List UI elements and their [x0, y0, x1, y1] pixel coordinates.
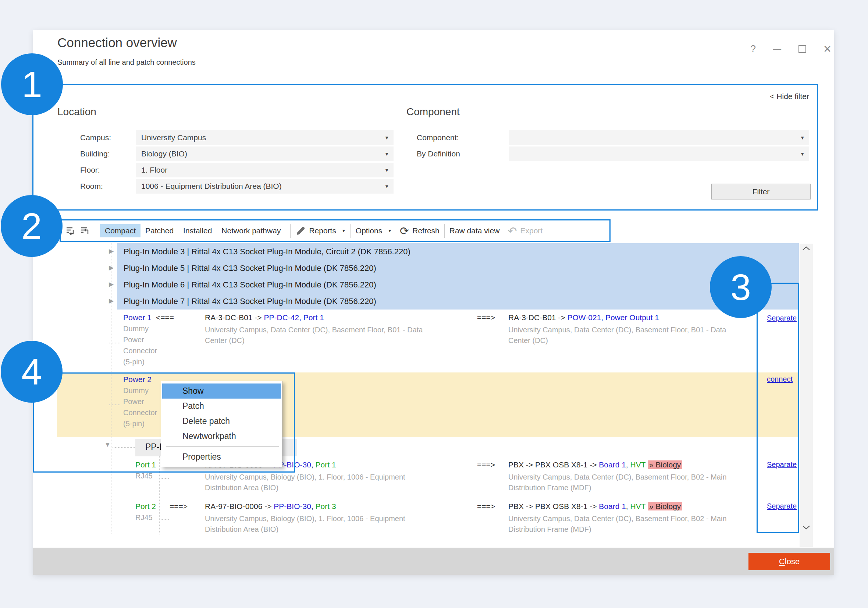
expand-icon[interactable]: ▶ [109, 264, 114, 271]
path-segment: » Biology [648, 502, 682, 510]
connection-location: University Campus, Data Center (DC), Bas… [205, 325, 433, 346]
raw-data-view-button[interactable]: Raw data view [450, 226, 500, 235]
scroll-down-icon[interactable] [801, 524, 811, 531]
location-field-label: Building: [80, 146, 110, 161]
scrollbar[interactable] [800, 244, 813, 547]
module-row[interactable]: Plug-In Module 7 | Rittal 4x C13 Socket … [117, 293, 799, 309]
menu-item-show[interactable]: Show [162, 384, 281, 398]
location-dropdown[interactable]: Biology (BIO)▼ [136, 146, 394, 161]
chevron-down-icon: ▼ [384, 183, 389, 189]
expand-tree-icon[interactable] [79, 225, 90, 236]
port-block: Port 1RJ45 [135, 459, 156, 481]
chevron-down-icon: ▼ [384, 168, 389, 173]
location-dropdown[interactable]: University Campus▼ [136, 130, 394, 145]
path-segment[interactable]: PP-DC-42, Port 1 [264, 313, 324, 322]
chevron-down-icon: ▼ [800, 151, 805, 157]
export-icon: ↶ [508, 224, 517, 237]
expand-icon[interactable]: ▶ [109, 281, 114, 288]
tab-patched[interactable]: Patched [141, 224, 178, 237]
port-type-label: Dummy [123, 323, 157, 334]
right-connection: PBX -> PBX OSB X8-1 -> Board 1, HVT » Bi… [508, 459, 744, 493]
connection-location: University Campus, Data Center (DC), Bas… [508, 472, 744, 493]
close-icon[interactable]: × [823, 41, 831, 57]
menu-item-patch[interactable]: Patch [162, 398, 281, 414]
scroll-up-icon[interactable] [801, 245, 811, 252]
path-segment[interactable]: PP-BIO-30 [274, 502, 311, 510]
refresh-button[interactable]: ⟳ Refresh [400, 224, 440, 237]
hide-filter-link[interactable]: < Hide filter [736, 92, 809, 101]
filter-button[interactable]: Filter [711, 183, 811, 199]
port-type-label: Dummy [123, 385, 157, 396]
path-segment[interactable]: Board 1 [599, 502, 626, 510]
path-segment: RA-3-DC-B01 -> [205, 313, 264, 322]
menu-item-delete-patch[interactable]: Delete patch [162, 414, 281, 429]
port-block: Port 2RJ45 [135, 501, 156, 523]
expand-icon[interactable]: ▶ [109, 248, 114, 254]
export-button[interactable]: ↶ Export [508, 224, 542, 237]
maximize-icon[interactable] [798, 45, 806, 53]
toolbar: CompactPatchedInstalledNetwork pathway R… [60, 219, 611, 242]
module-row[interactable]: Plug-In Module 6 | Rittal 4x C13 Socket … [117, 277, 799, 293]
close-button[interactable]: Close [749, 553, 830, 570]
module-row[interactable]: Plug-In Module 3 | Rittal 4x C13 Socket … [117, 243, 799, 260]
separate-link[interactable]: Separate [767, 460, 797, 469]
connection-path: PBX -> PBX OSB X8-1 -> Board 1, HVT » Bi… [508, 501, 744, 512]
connection-arrow: ===> [477, 312, 495, 323]
options-button[interactable]: Options▼ [356, 226, 392, 235]
port-type-label: RJ45 [135, 512, 156, 523]
help-icon[interactable]: ? [750, 44, 756, 55]
path-segment: , [311, 502, 316, 510]
location-field-label: Campus: [80, 130, 111, 145]
location-dropdown[interactable]: 1006 - Equipment Distribution Area (BIO)… [136, 179, 394, 194]
path-segment[interactable]: POW-021, Power Output 1 [567, 313, 659, 322]
close-label: C [779, 557, 785, 566]
reports-button[interactable]: Reports▼ [295, 225, 346, 236]
connection-path: RA-3-DC-B01 -> POW-021, Power Output 1 [508, 312, 744, 323]
location-heading: Location [57, 106, 96, 118]
footer-bar [33, 547, 834, 575]
port-type-label: RJ45 [135, 470, 156, 481]
connection-path: PBX -> PBX OSB X8-1 -> Board 1, HVT » Bi… [508, 459, 744, 470]
component-dropdown[interactable]: ▼ [508, 130, 809, 145]
path-segment: RA-3-DC-B01 -> [508, 313, 567, 322]
port-label[interactable]: Power 1 [123, 312, 157, 323]
toolbar-separator [290, 224, 291, 238]
component-dropdown[interactable]: ▼ [508, 146, 809, 161]
menu-item-properties[interactable]: Properties [162, 449, 281, 465]
port-label[interactable]: Port 2 [135, 501, 156, 512]
window-controls: ? — × [750, 40, 831, 58]
port-label[interactable]: Port 1 [135, 459, 156, 470]
path-segment: , [626, 460, 631, 469]
location-dropdown[interactable]: 1. Floor▼ [136, 163, 394, 177]
separate-link[interactable]: Separate [767, 502, 797, 510]
module-row[interactable]: Plug-In Module 5 | Rittal 4x C13 Socket … [117, 260, 799, 277]
callout-circle-2: 2 [1, 195, 62, 257]
connection-location: University Campus, Biology (BIO), 1. Flo… [205, 513, 433, 535]
collapse-icon[interactable]: ▼ [104, 442, 111, 448]
connect-link[interactable]: connect [767, 375, 793, 384]
tab-installed[interactable]: Installed [178, 224, 217, 237]
collapse-tree-icon[interactable] [64, 225, 75, 236]
path-segment: » Biology [648, 460, 682, 469]
port-label[interactable]: Power 2 [123, 374, 157, 385]
connection-location: University Campus, Biology (BIO), 1. Flo… [205, 472, 433, 493]
tab-network-pathway[interactable]: Network pathway [217, 224, 285, 237]
path-segment: , [311, 460, 316, 469]
expand-icon[interactable]: ▶ [109, 298, 114, 304]
connection-arrow: <=== [156, 312, 174, 323]
tree-line [159, 456, 160, 534]
chevron-down-icon: ▼ [388, 229, 392, 233]
connection-location: University Campus, Data Center (DC), Bas… [508, 325, 744, 346]
location-field-label: Floor: [80, 163, 100, 177]
menu-item-newtworkpath[interactable]: Newtworkpath [162, 429, 281, 444]
tab-compact[interactable]: Compact [100, 224, 141, 237]
minimize-icon[interactable]: — [773, 44, 781, 54]
chevron-down-icon: ▼ [384, 151, 389, 157]
path-segment[interactable]: Board 1 [599, 460, 626, 469]
pencil-icon [295, 225, 305, 236]
port-type-label: (5-pin) [123, 356, 157, 367]
separate-link[interactable]: Separate [767, 314, 797, 322]
toolbar-separator [444, 224, 445, 238]
toolbar-separator [350, 224, 351, 238]
callout-circle-4: 4 [1, 341, 62, 403]
